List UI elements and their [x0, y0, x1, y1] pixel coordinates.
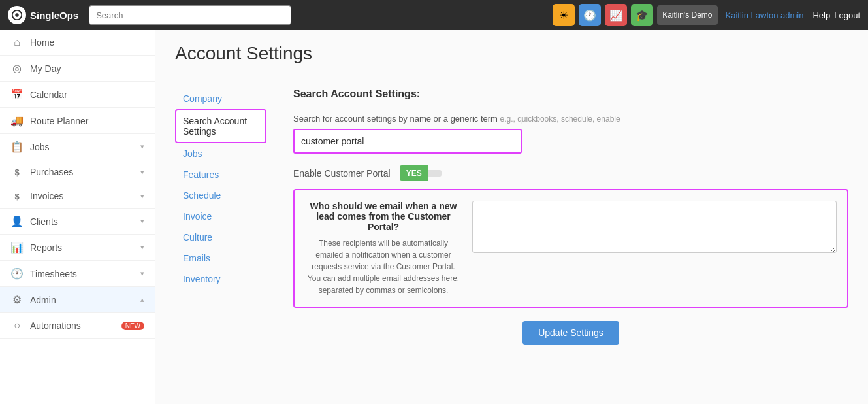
settings-menu-features[interactable]: Features: [175, 164, 266, 185]
chevron-down-icon: ▾: [140, 217, 144, 226]
settings-section-divider: [293, 103, 848, 103]
chart-icon-button[interactable]: 📈: [605, 4, 627, 26]
chevron-down-icon: ▾: [140, 143, 144, 151]
email-label-column: Who should we email when a new lead come…: [305, 201, 462, 296]
sidebar-item-label: Route Planner: [30, 116, 144, 126]
sun-icon-button[interactable]: ☀: [553, 4, 575, 26]
account-dropdown[interactable]: Kaitlin's Demo: [657, 5, 717, 25]
settings-section-title: Search Account Settings:: [293, 88, 848, 100]
search-description: Search for account settings by name or a…: [293, 114, 848, 124]
logo[interactable]: SingleOps: [8, 6, 78, 24]
my-day-icon: ◎: [10, 62, 24, 75]
sidebar-item-clients[interactable]: 👤 Clients ▾: [0, 209, 155, 235]
search-desc-text: Search for account settings by name or a…: [293, 114, 498, 124]
toggle-no-button[interactable]: [428, 170, 442, 177]
sidebar-item-reports[interactable]: 📊 Reports ▾: [0, 235, 155, 261]
sidebar-item-label: Admin: [30, 295, 134, 305]
sidebar-item-admin[interactable]: ⚙ Admin ▴: [0, 287, 155, 313]
automations-icon: ○: [10, 320, 24, 331]
help-button[interactable]: Help: [812, 10, 830, 20]
toggle-container[interactable]: YES: [400, 165, 442, 181]
timesheets-icon: 🕐: [10, 267, 24, 280]
email-section: Who should we email when a new lead come…: [293, 189, 848, 308]
home-icon: ⌂: [10, 37, 24, 48]
chevron-down-icon: ▾: [140, 269, 144, 278]
top-navigation: SingleOps ☀ 🕐 📈 🎓 Kaitlin's Demo Kaitlin…: [0, 0, 868, 30]
settings-menu-inventory[interactable]: Inventory: [175, 269, 266, 290]
email-section-description: These recipients will be automatically e…: [305, 237, 462, 296]
invoices-icon: $: [10, 192, 24, 201]
sidebar-item-label: My Day: [30, 63, 144, 74]
sidebar-item-label: Purchases: [30, 167, 134, 177]
sidebar-item-invoices[interactable]: $ Invoices ▾: [0, 184, 155, 209]
chevron-up-icon: ▴: [140, 295, 144, 304]
sidebar-item-label: Reports: [30, 243, 134, 253]
sidebar-item-label: Jobs: [30, 142, 134, 152]
chevron-down-icon: ▾: [140, 192, 144, 201]
logout-button[interactable]: Logout: [834, 10, 860, 20]
user-name[interactable]: Kaitlin Lawton admin: [726, 10, 804, 20]
route-planner-icon: 🚚: [10, 114, 24, 127]
settings-layout: Company Search Account Settings Jobs Fea…: [175, 88, 848, 345]
chevron-down-icon: ▾: [140, 168, 144, 177]
sidebar-item-timesheets[interactable]: 🕐 Timesheets ▾: [0, 261, 155, 287]
search-hint: e.g., quickbooks, schedule, enable: [500, 114, 620, 124]
account-settings-search-input[interactable]: [293, 129, 522, 154]
sidebar-item-route-planner[interactable]: 🚚 Route Planner: [0, 108, 155, 134]
sidebar-item-label: Calendar: [30, 90, 144, 100]
jobs-icon: 📋: [10, 141, 24, 153]
clients-icon: 👤: [10, 215, 24, 227]
email-section-title: Who should we email when a new lead come…: [305, 201, 462, 232]
main-content: Account Settings Company Search Account …: [155, 30, 868, 404]
grad-icon-button[interactable]: 🎓: [631, 4, 653, 26]
sidebar-item-label: Automations: [30, 320, 115, 331]
settings-menu-company[interactable]: Company: [175, 88, 266, 109]
settings-menu-invoice[interactable]: Invoice: [175, 206, 266, 227]
new-badge: NEW: [121, 322, 144, 330]
sidebar-item-my-day[interactable]: ◎ My Day: [0, 56, 155, 82]
calendar-icon: 📅: [10, 88, 24, 101]
settings-menu: Company Search Account Settings Jobs Fea…: [175, 88, 280, 345]
nav-icon-group: ☀ 🕐 📈 🎓 Kaitlin's Demo Kaitlin Lawton ad…: [553, 4, 860, 26]
email-input-column: [472, 201, 837, 256]
sidebar-item-purchases[interactable]: $ Purchases ▾: [0, 160, 155, 184]
svg-point-1: [15, 13, 18, 16]
admin-icon: ⚙: [10, 294, 24, 306]
logo-icon: [8, 6, 26, 24]
purchases-icon: $: [10, 167, 24, 177]
sidebar-item-calendar[interactable]: 📅 Calendar: [0, 82, 155, 108]
settings-menu-schedule[interactable]: Schedule: [175, 185, 266, 206]
sidebar-item-label: Clients: [30, 216, 134, 227]
page-divider: [175, 75, 848, 75]
page-title: Account Settings: [175, 43, 848, 64]
sidebar-item-label: Invoices: [30, 191, 134, 201]
settings-menu-emails[interactable]: Emails: [175, 248, 266, 269]
chevron-down-icon: ▾: [140, 243, 144, 252]
customer-portal-toggle-row: Enable Customer Portal YES: [293, 165, 848, 181]
sidebar-item-home[interactable]: ⌂ Home: [0, 30, 155, 56]
reports-icon: 📊: [10, 241, 24, 254]
settings-menu-culture[interactable]: Culture: [175, 227, 266, 248]
sidebar-item-label: Home: [30, 37, 144, 48]
clock-icon-button[interactable]: 🕐: [579, 4, 601, 26]
email-recipients-input[interactable]: [472, 201, 837, 253]
update-settings-button[interactable]: Update Settings: [522, 321, 619, 345]
sidebar-item-jobs[interactable]: 📋 Jobs ▾: [0, 134, 155, 160]
settings-content-area: Search Account Settings: Search for acco…: [280, 88, 848, 345]
enable-customer-portal-label: Enable Customer Portal: [293, 168, 391, 178]
logo-text: SingleOps: [30, 10, 78, 21]
search-input[interactable]: [89, 5, 291, 25]
sidebar-item-label: Timesheets: [30, 269, 134, 279]
settings-menu-jobs[interactable]: Jobs: [175, 143, 266, 164]
toggle-yes-button[interactable]: YES: [400, 165, 428, 181]
settings-menu-search-account-settings[interactable]: Search Account Settings: [175, 109, 266, 143]
sidebar: ⌂ Home ◎ My Day 📅 Calendar 🚚 Route Plann…: [0, 30, 155, 404]
sidebar-item-automations[interactable]: ○ Automations NEW: [0, 313, 155, 339]
